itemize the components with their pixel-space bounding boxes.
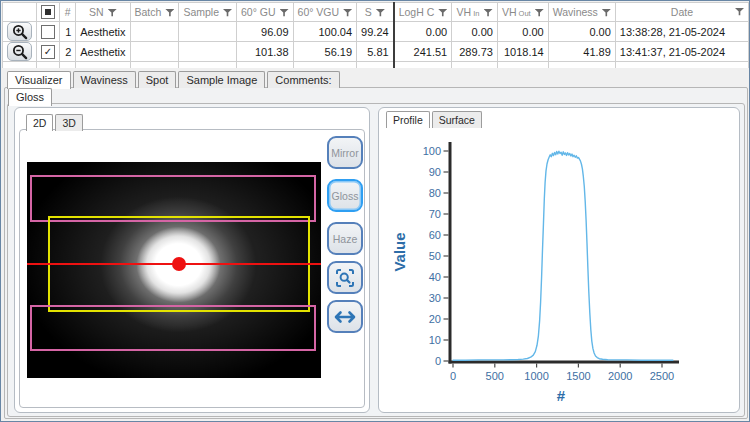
column-header-batch[interactable]: Batch: [130, 3, 179, 22]
haze-button[interactable]: Haze: [327, 222, 363, 255]
filter-icon[interactable]: [438, 9, 447, 17]
cell-batch: [130, 22, 179, 42]
cell-vh_in: 289.73: [452, 42, 498, 62]
button-label: Mirror: [331, 147, 358, 159]
tab-waviness[interactable]: Waviness: [73, 71, 136, 88]
profile-tab-surface[interactable]: Surface: [432, 111, 482, 128]
column-label: S: [365, 6, 372, 18]
select-all-checkbox[interactable]: [41, 5, 55, 19]
column-header-tool[interactable]: [3, 3, 37, 22]
filter-icon[interactable]: [376, 9, 385, 17]
cell-date: 13:38:28, 21-05-2024: [615, 22, 748, 42]
column-header-vh_out[interactable]: VH Out: [497, 3, 548, 22]
gloss-button[interactable]: Gloss: [327, 179, 363, 212]
cell-sample: [179, 22, 237, 42]
cell-sn: Aesthetix: [76, 42, 130, 62]
column-sublabel: In: [471, 9, 479, 18]
column-header-vh_in[interactable]: VH In: [452, 3, 498, 22]
tab-comments[interactable]: Comments:: [267, 71, 339, 88]
zoom-region-icon: [334, 267, 356, 289]
svg-text:70: 70: [429, 208, 441, 220]
cell-loghc: 241.51: [394, 42, 452, 62]
mirror-button[interactable]: Mirror: [327, 136, 363, 169]
svg-text:2000: 2000: [608, 370, 632, 382]
table-row[interactable]: 1Aesthetix96.09100.0499.240.000.000.000.…: [3, 22, 749, 42]
zoom-in-button[interactable]: [7, 22, 32, 41]
filter-icon[interactable]: [280, 9, 289, 17]
svg-text:90: 90: [429, 166, 441, 178]
cell-batch: [130, 42, 179, 62]
svg-text:2500: 2500: [650, 370, 674, 382]
tab-spot[interactable]: Spot: [138, 71, 177, 88]
view-tab-strip: 2D3D: [26, 114, 85, 131]
column-header-num[interactable]: #: [60, 3, 76, 22]
column-label: SN: [89, 6, 104, 18]
column-header-sn[interactable]: SN: [76, 3, 130, 22]
tab-visualizer[interactable]: Visualizer: [7, 71, 71, 89]
cell-select: [37, 22, 60, 42]
column-header-vgu60[interactable]: 60° VGU: [293, 3, 357, 22]
table-row[interactable]: ✓2Aesthetix101.3856.195.81241.51289.7310…: [3, 42, 749, 62]
cell-s: 99.24: [357, 22, 394, 42]
profile-chart: 0102030405060708090100050010001500200025…: [381, 129, 737, 413]
cell-vh_out: 1018.14: [497, 42, 548, 62]
svg-text:100: 100: [423, 145, 441, 157]
column-header-gu60[interactable]: 60° GU: [237, 3, 294, 22]
column-header-date[interactable]: Date: [615, 3, 748, 22]
column-label: LogH C: [399, 6, 435, 18]
swap-horizontal-button[interactable]: [327, 300, 363, 333]
filter-icon[interactable]: [343, 9, 352, 17]
profile-cursor-dot[interactable]: [172, 257, 186, 271]
filter-icon[interactable]: [165, 9, 174, 17]
tab-gloss[interactable]: Gloss: [8, 88, 52, 106]
column-label: #: [65, 6, 71, 18]
filter-icon[interactable]: [223, 9, 232, 17]
svg-text:30: 30: [429, 292, 441, 304]
column-label: VH: [457, 6, 472, 18]
row-checkbox[interactable]: [41, 25, 55, 39]
zoom-out-icon: [11, 43, 29, 61]
svg-text:Value: Value: [391, 232, 408, 271]
column-header-waviness[interactable]: Waviness: [548, 3, 615, 22]
cell-sample: [179, 42, 237, 62]
cell-gu60: 101.38: [237, 42, 294, 62]
zoom-region-button[interactable]: [327, 261, 363, 294]
measurement-zone-bottom-overlay: [30, 305, 316, 351]
column-header-s[interactable]: S: [357, 3, 394, 22]
results-table: #SNBatchSample60° GU60° VGUSLogH CVH InV…: [2, 2, 749, 68]
filter-icon[interactable]: [535, 9, 544, 17]
cell-sn: Aesthetix: [76, 22, 130, 42]
cell-waviness: 41.89: [548, 42, 615, 62]
button-label: Gloss: [332, 190, 359, 202]
zoom-in-icon: [11, 23, 29, 41]
zoom-out-button[interactable]: [7, 42, 32, 61]
svg-text:0: 0: [435, 355, 441, 367]
filter-icon[interactable]: [602, 9, 611, 17]
view-tab-2d[interactable]: 2D: [26, 114, 53, 131]
filter-icon[interactable]: [484, 9, 493, 17]
profile-tab-profile[interactable]: Profile: [386, 111, 430, 128]
column-label: Date: [671, 6, 693, 18]
svg-text:1000: 1000: [524, 370, 548, 382]
svg-text:60: 60: [429, 229, 441, 241]
svg-text:10: 10: [429, 334, 441, 346]
profile-tab-strip: ProfileSurface: [386, 111, 484, 128]
cell-num: 1: [60, 22, 76, 42]
tab-sample-image[interactable]: Sample Image: [178, 71, 265, 88]
column-header-select[interactable]: [37, 3, 60, 22]
filter-icon[interactable]: [735, 8, 744, 16]
view-tab-3d[interactable]: 3D: [55, 114, 82, 131]
svg-text:40: 40: [429, 271, 441, 283]
button-label: Haze: [333, 233, 358, 245]
gloss-camera-image[interactable]: [27, 162, 321, 378]
column-header-loghc[interactable]: LogH C: [394, 3, 452, 22]
column-label: 60° GU: [241, 6, 276, 18]
svg-text:50: 50: [429, 250, 441, 262]
cell-select: ✓: [37, 42, 60, 62]
cell-vh_in: 0.00: [452, 22, 498, 42]
filter-icon[interactable]: [108, 9, 117, 17]
application-window: #SNBatchSample60° GU60° VGUSLogH CVH InV…: [0, 0, 750, 422]
row-checkbox[interactable]: ✓: [41, 45, 55, 59]
swap-horizontal-icon: [333, 306, 357, 328]
column-header-sample[interactable]: Sample: [179, 3, 237, 22]
